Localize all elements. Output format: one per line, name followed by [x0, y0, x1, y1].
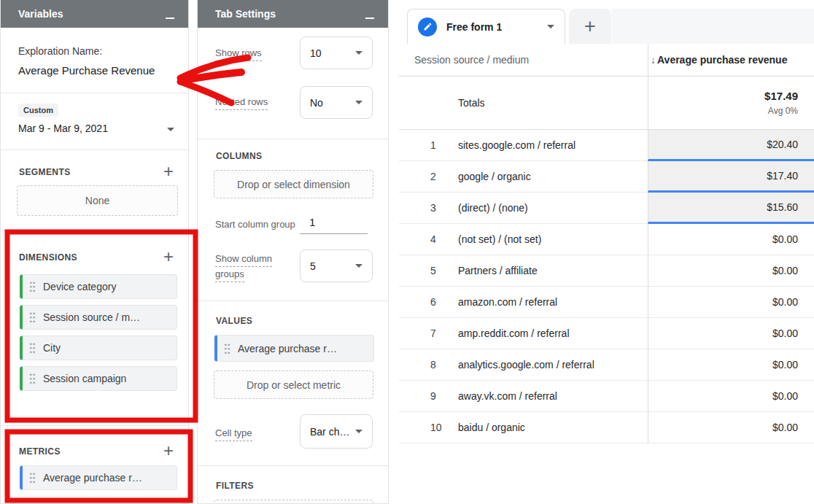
- table-row: 5Partners / affiliate $0.00: [399, 255, 814, 287]
- add-metric-icon[interactable]: +: [163, 444, 174, 457]
- tab-settings-panel-header: Tab Settings: [198, 0, 388, 28]
- totals-row: Totals $17.49 Avg 0%: [399, 77, 814, 130]
- row-label: sites.google.com / referral: [458, 139, 575, 151]
- dimension-chip-label: Session campaign: [43, 373, 126, 384]
- show-column-groups-value: 5: [310, 260, 316, 272]
- variables-panel-header: Variables: [1, 0, 188, 28]
- dimension-column-header[interactable]: Session source / medium: [399, 44, 648, 77]
- add-tab-button[interactable]: +: [569, 9, 611, 44]
- row-label: baidu / organic: [458, 422, 525, 433]
- minimize-icon[interactable]: [365, 9, 375, 19]
- nested-rows-dropdown[interactable]: No: [300, 86, 373, 119]
- filters-label: FILTERS: [216, 481, 254, 491]
- exploration-name-label: Exploration Name:: [18, 45, 102, 57]
- show-rows-value: 10: [310, 47, 322, 59]
- metrics-label: METRICS: [19, 446, 61, 457]
- divider: [198, 301, 388, 301]
- start-column-group-input[interactable]: 1: [300, 216, 368, 234]
- row-label: (not set) / (not set): [458, 233, 541, 245]
- ga4-exploration-page: { "colors": { "annotation_red": "#e8100e…: [0, 0, 814, 504]
- table-row: 3(direct) / (none) $15.60: [399, 193, 814, 224]
- table-row: 4(not set) / (not set) $0.00: [399, 224, 814, 255]
- values-label: VALUES: [216, 316, 252, 326]
- metric-chip-label: Average purchase r…: [43, 472, 142, 484]
- dimension-chip[interactable]: Device category: [20, 274, 177, 299]
- dimension-chip[interactable]: City: [20, 336, 177, 360]
- row-value-cell: $0.00: [648, 224, 814, 255]
- values-dropzone[interactable]: Drop or select metric: [214, 371, 373, 399]
- divider: [1, 150, 188, 150]
- dimension-chip-label: Device category: [43, 281, 116, 292]
- start-column-group-label: Start column group: [215, 219, 295, 230]
- metric-chip[interactable]: Average purchase r…: [20, 465, 177, 490]
- minimize-icon[interactable]: [165, 9, 175, 19]
- show-column-groups-dropdown[interactable]: 5: [300, 249, 373, 282]
- segments-label: SEGMENTS: [19, 167, 71, 177]
- date-range-value[interactable]: Mar 9 - Mar 9, 2021: [18, 123, 108, 134]
- row-value-cell: $0.00: [648, 318, 814, 349]
- row-label: amp.reddit.com / referral: [458, 327, 570, 339]
- row-number: 4: [430, 233, 458, 245]
- totals-label: Totals: [399, 77, 648, 130]
- row-number: 9: [430, 390, 458, 402]
- cell-type-value: Bar ch…: [310, 426, 349, 438]
- tab-settings-panel-title: Tab Settings: [215, 8, 276, 20]
- row-value-cell: $0.00: [648, 381, 814, 412]
- divider: [1, 93, 188, 93]
- divider: [1, 230, 188, 230]
- sort-descending-icon: ↓: [651, 54, 656, 66]
- value-chip[interactable]: Average purchase r…: [214, 335, 374, 362]
- add-segment-icon[interactable]: +: [163, 165, 174, 178]
- filters-dropzone[interactable]: [214, 500, 373, 504]
- metric-column-header[interactable]: ↓ Average purchase revenue: [648, 44, 814, 77]
- edit-pencil-icon: [418, 18, 437, 36]
- dropdown-caret-icon: [355, 430, 363, 433]
- date-dropdown-caret-icon[interactable]: [167, 128, 174, 131]
- tab-dropdown-caret-icon[interactable]: [547, 25, 554, 28]
- row-label: google / organic: [458, 171, 531, 182]
- row-value-bar-cell: $15.60: [648, 193, 814, 224]
- totals-avg: Avg 0%: [768, 106, 798, 116]
- row-number: 6: [430, 296, 458, 308]
- table-row: 7amp.reddit.com / referral $0.00: [399, 318, 814, 349]
- table-header-row: Session source / medium ↓ Average purcha…: [399, 44, 814, 77]
- dimension-chip-label: Session source / m…: [43, 311, 140, 323]
- dimension-chip[interactable]: Session source / m…: [20, 305, 177, 330]
- tab-label: Free form 1: [446, 21, 502, 33]
- drag-handle-icon: [29, 472, 36, 484]
- tab-free-form[interactable]: Free form 1: [407, 9, 565, 44]
- show-column-groups-label: Show column groups: [215, 251, 284, 282]
- divider: [198, 139, 388, 139]
- cell-type-dropdown[interactable]: Bar ch…: [300, 414, 373, 449]
- nested-rows-label: Nested rows: [215, 94, 268, 109]
- columns-dropzone[interactable]: Drop or select dimension: [214, 170, 373, 198]
- row-label: amazon.com / referral: [458, 296, 557, 308]
- row-label: away.vk.com / referral: [458, 390, 557, 402]
- date-custom-badge: Custom: [18, 104, 58, 117]
- table-row: 10baidu / organic $0.00: [399, 412, 814, 443]
- table-row: 9away.vk.com / referral $0.00: [399, 381, 814, 412]
- row-value-bar-cell: $17.40: [648, 161, 814, 193]
- row-number: 5: [430, 265, 458, 276]
- dimensions-label: DIMENSIONS: [19, 252, 77, 263]
- table-row: 2google / organic $17.40: [399, 161, 814, 193]
- show-rows-dropdown[interactable]: 10: [300, 36, 373, 69]
- row-number: 8: [430, 359, 458, 371]
- drag-handle-icon: [29, 311, 36, 323]
- add-dimension-icon[interactable]: +: [163, 250, 174, 263]
- table-row: 8analytics.google.com / referral $0.00: [399, 349, 814, 381]
- row-number: 2: [430, 171, 458, 182]
- tab-strip-background: [612, 9, 814, 44]
- cell-type-label: Cell type: [215, 425, 252, 441]
- dimension-chip[interactable]: Session campaign: [20, 366, 177, 391]
- show-rows-label: Show rows: [215, 45, 262, 61]
- row-number: 3: [430, 202, 458, 214]
- dropdown-caret-icon: [355, 101, 363, 104]
- variables-panel: Variables Exploration Name: Average Purc…: [0, 0, 189, 504]
- row-label: (direct) / (none): [458, 202, 528, 214]
- tab-settings-panel: Tab Settings Show rows 10 Nested rows No…: [197, 0, 389, 504]
- variables-panel-title: Variables: [18, 8, 63, 20]
- exploration-name[interactable]: Average Purchase Revenue: [18, 64, 155, 77]
- row-number: 10: [430, 422, 458, 433]
- segments-dropzone[interactable]: None: [17, 185, 178, 216]
